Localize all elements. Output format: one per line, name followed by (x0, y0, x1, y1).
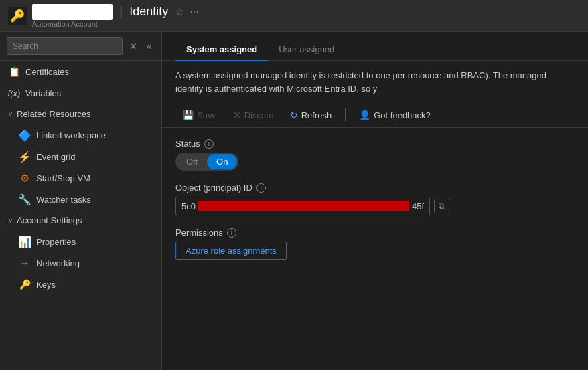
watcher-tasks-icon: 🔧 (19, 193, 31, 205)
favorite-star-icon[interactable]: ☆ (175, 5, 184, 18)
search-input[interactable] (7, 37, 123, 55)
save-label: Save (197, 110, 217, 120)
identity-description: A system assigned managed identity is re… (162, 61, 577, 103)
sidebar-item-keys[interactable]: 🔑 Keys (0, 274, 161, 295)
status-label: Status (175, 138, 200, 149)
object-id-info-icon[interactable]: i (256, 183, 266, 193)
sidebar-item-certificates[interactable]: 📋 Certificates (0, 61, 161, 82)
main-layout: ✕ « 📋 Certificates f(x) Variables ∨ Rela… (0, 32, 588, 370)
sidebar: ✕ « 📋 Certificates f(x) Variables ∨ Rela… (0, 32, 162, 370)
keys-icon: 🔑 (19, 278, 31, 290)
header-separator: | (119, 4, 123, 19)
content-area: System assigned User assigned A system a… (162, 32, 588, 370)
automation-account-icon: 🔑 (8, 7, 27, 25)
properties-icon: 📊 (19, 236, 31, 248)
sidebar-section-related-resources[interactable]: ∨ Related Resources (0, 104, 161, 124)
sidebar-item-label: Linked workspace (36, 130, 106, 141)
sidebar-item-variables[interactable]: f(x) Variables (0, 82, 161, 104)
discard-icon: ✕ (233, 110, 241, 120)
status-field-group: Status i Off On (175, 138, 575, 171)
save-button[interactable]: 💾 Save (175, 107, 224, 123)
permissions-field-group: Permissions i Azure role assignments (175, 227, 575, 260)
toolbar: 💾 Save ✕ Discard ↻ Refresh 👤 Got feedbac… (162, 103, 588, 128)
object-id-label-row: Object (principal) ID i (175, 183, 575, 193)
permissions-label-row: Permissions i (175, 227, 575, 238)
feedback-button[interactable]: 👤 Got feedback? (352, 107, 437, 123)
form-area: Status i Off On Object (principal) ID i … (162, 128, 588, 370)
sidebar-item-networking[interactable]: ↔ Networking (0, 252, 161, 274)
object-id-field-group: Object (principal) ID i 5c0 45f ⧉ (175, 183, 575, 215)
refresh-button[interactable]: ↻ Refresh (283, 107, 339, 123)
header-label-group: | Identity ☆ ··· Automation Account (32, 4, 199, 28)
variables-icon: f(x) (8, 87, 20, 99)
toggle-on-option[interactable]: On (207, 154, 237, 169)
object-id-input: 5c0 45f (175, 197, 430, 215)
sidebar-nav: 📋 Certificates f(x) Variables ∨ Related … (0, 61, 161, 370)
object-id-suffix: 45f (412, 201, 424, 211)
event-grid-icon: ⚡ (19, 151, 31, 163)
refresh-label: Refresh (301, 110, 332, 120)
copy-object-id-button[interactable]: ⧉ (434, 199, 449, 213)
resource-name-box[interactable] (32, 4, 113, 20)
start-stop-vm-icon: ⚙ (19, 172, 31, 184)
header-name-row: | Identity ☆ ··· (32, 4, 199, 20)
refresh-icon: ↻ (290, 110, 298, 120)
tab-system-assigned[interactable]: System assigned (175, 39, 268, 61)
networking-icon: ↔ (19, 257, 31, 269)
sidebar-item-properties[interactable]: 📊 Properties (0, 231, 161, 252)
sidebar-item-label: Keys (36, 280, 56, 290)
sidebar-item-event-grid[interactable]: ⚡ Event grid (0, 146, 161, 167)
section-label: Related Resources (17, 109, 91, 119)
object-id-prefix: 5c0 (181, 201, 196, 211)
discard-button[interactable]: ✕ Discard (226, 107, 281, 123)
search-bar: ✕ « (0, 32, 161, 61)
permissions-info-icon[interactable]: i (227, 228, 236, 238)
resource-type-subtitle: Automation Account (32, 20, 199, 28)
sidebar-item-label: Event grid (36, 152, 76, 162)
status-info-icon[interactable]: i (204, 139, 214, 149)
header: 🔑 | Identity ☆ ··· Automation Account (0, 0, 588, 32)
section-label: Account Settings (17, 215, 82, 225)
feedback-icon: 👤 (359, 110, 370, 120)
tabs-bar: System assigned User assigned (162, 39, 588, 61)
object-id-row: 5c0 45f ⧉ (175, 197, 575, 215)
toggle-off-option[interactable]: Off (177, 154, 207, 169)
status-label-row: Status i (175, 138, 575, 149)
feedback-label: Got feedback? (374, 110, 431, 120)
toolbar-divider (345, 108, 346, 122)
object-id-label: Object (principal) ID (175, 183, 252, 193)
sidebar-section-account-settings[interactable]: ∨ Account Settings (0, 210, 161, 231)
permissions-label: Permissions (175, 227, 223, 238)
sidebar-item-linked-workspace[interactable]: 🔷 Linked workspace (0, 124, 161, 146)
certificates-icon: 📋 (8, 66, 20, 78)
sidebar-item-label: Networking (36, 258, 80, 268)
sidebar-item-start-stop-vm[interactable]: ⚙ Start/Stop VM (0, 167, 161, 189)
sidebar-item-label: Certificates (25, 67, 69, 77)
search-clear-icon[interactable]: ✕ (127, 39, 140, 53)
more-options-icon[interactable]: ··· (190, 6, 198, 18)
azure-role-assignments-button[interactable]: Azure role assignments (175, 242, 287, 260)
discard-label: Discard (244, 110, 274, 120)
sidebar-item-label: Properties (36, 237, 76, 247)
page-title: Identity (129, 5, 168, 19)
chevron-down-icon: ∨ (8, 217, 13, 224)
sidebar-item-label: Variables (25, 88, 61, 98)
tab-user-assigned[interactable]: User assigned (268, 39, 345, 61)
sidebar-item-label: Start/Stop VM (36, 173, 90, 183)
object-id-redacted (198, 201, 409, 211)
search-collapse-icon[interactable]: « (144, 39, 155, 53)
linked-workspace-icon: 🔷 (19, 129, 31, 141)
header-left: 🔑 | Identity ☆ ··· Automation Account (8, 4, 580, 28)
save-icon: 💾 (182, 110, 194, 120)
status-toggle[interactable]: Off On (175, 153, 238, 171)
sidebar-item-watcher-tasks[interactable]: 🔧 Watcher tasks (0, 189, 161, 210)
chevron-down-icon: ∨ (8, 110, 13, 118)
sidebar-item-label: Watcher tasks (36, 195, 91, 205)
